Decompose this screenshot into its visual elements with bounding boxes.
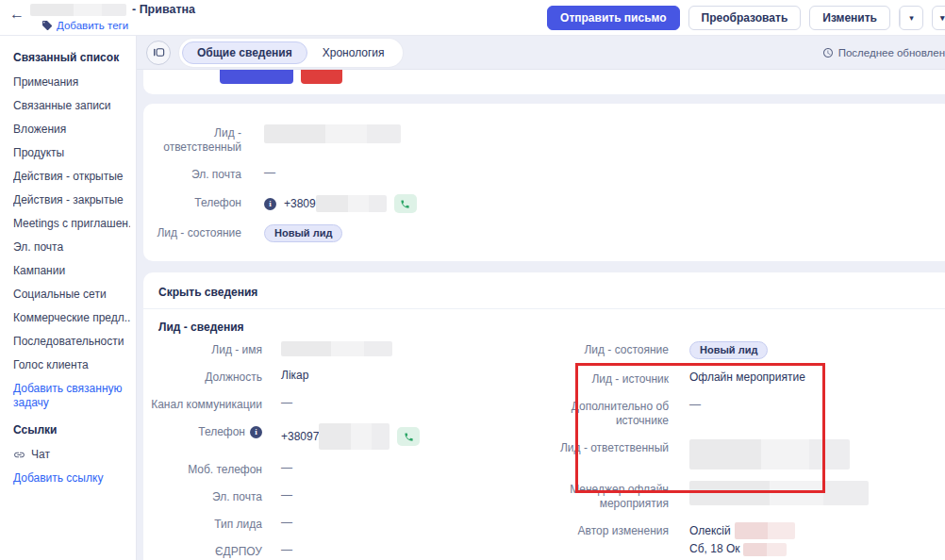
lead-type-value: —: [281, 516, 292, 530]
record-scroll-area[interactable]: Лид - ответственный Эл. почта — Телефон …: [137, 70, 945, 560]
tab-timeline[interactable]: Хронология: [307, 41, 400, 64]
field-communication-channel: Канал коммуникации —: [143, 390, 513, 418]
field-lead-source: Лид - источник Офлайн мероприятие: [522, 365, 945, 392]
status-action-button-redacted[interactable]: [220, 70, 293, 84]
lead-name-value-redacted: [281, 341, 392, 356]
communication-channel-value: —: [281, 396, 292, 410]
communication-channel-label: Канал коммуникации: [143, 396, 262, 412]
tag-icon: [41, 20, 53, 31]
hide-details-toggle[interactable]: Скрыть сведения: [143, 282, 945, 309]
last-update-indicator: Последнее обновлен: [822, 47, 945, 58]
details-email-value: —: [281, 488, 292, 502]
lead-details-card: Скрыть сведения Лид - сведения Лид - имя…: [143, 272, 945, 560]
sidebar-item[interactable]: Эл. почта: [13, 240, 130, 254]
sidebar-item[interactable]: Голос клиента: [13, 358, 130, 371]
tab-general-info[interactable]: Общие сведения: [182, 41, 307, 64]
field-mobile-phone: Моб. телефон —: [143, 455, 513, 483]
sidebar-item[interactable]: Кампании: [13, 264, 130, 277]
field-lead-name: Лид - имя: [143, 336, 513, 363]
send-email-button[interactable]: Отправить письмо: [547, 6, 680, 30]
field-offline-manager: Менеджер офлайн мероприятия: [522, 475, 945, 517]
lead-source-value: Офлайн мероприятие: [689, 371, 805, 385]
offline-manager-redacted: [689, 481, 869, 505]
lead-status-badge: Новый лид: [264, 224, 342, 242]
position-value: Лікар: [281, 369, 308, 383]
phone-icon: [404, 432, 414, 442]
page-title: - Приватна: [132, 3, 195, 16]
sidebar-item[interactable]: Социальные сети: [13, 288, 130, 301]
sidebar-item[interactable]: Коммерческие предл...: [13, 311, 130, 324]
mobile-phone-label: Моб. телефон: [143, 461, 262, 477]
sidebar-item[interactable]: Вложения: [13, 123, 130, 136]
edit-button[interactable]: Изменить: [809, 6, 890, 30]
info-icon[interactable]: i: [250, 426, 262, 438]
fill-from-photo-caret-icon[interactable]: ▾: [900, 7, 922, 29]
edrpou-label: ЄДРПОУ: [143, 543, 262, 559]
related-list-items: Примечания Связанные записи Вложения Про…: [13, 75, 130, 371]
sidebar-item[interactable]: Последовательности: [13, 335, 130, 348]
details-right-column: Лид - состояние Новый лид Лид - источник…: [513, 336, 945, 560]
lead-summary-card: Лид - ответственный Эл. почта — Телефон …: [143, 104, 945, 261]
sidebar-item[interactable]: Действия - закрытые: [13, 193, 130, 206]
lead-owner-value-redacted: [264, 124, 401, 143]
lead-name-label: Лид - имя: [143, 341, 262, 357]
field-lead-status: Лид - состояние Новый лид: [143, 219, 945, 248]
field-details-phone: Телефон i +38097: [143, 418, 513, 455]
call-phone-button[interactable]: [397, 427, 420, 446]
lead-status-badge: Новый лид: [689, 341, 768, 359]
add-related-task-link[interactable]: Добавить связанную задачу: [13, 382, 130, 410]
field-details-lead-status: Лид - состояние Новый лид: [522, 336, 945, 365]
modified-date-redacted: [743, 543, 787, 556]
sidebar-item[interactable]: Связанные записи: [13, 99, 130, 112]
sidebar-item[interactable]: Примечания: [13, 75, 130, 89]
sidebar-item[interactable]: Meetings с приглашен...: [13, 217, 130, 230]
modified-by-label: Автор изменения: [522, 522, 669, 538]
clock-icon: [822, 47, 834, 58]
lead-type-label: Тип лида: [143, 516, 262, 532]
convert-button[interactable]: Преобразовать: [688, 6, 802, 30]
more-actions-button[interactable]: ▾: [932, 6, 945, 30]
email-value: —: [264, 166, 275, 180]
tab-bar: Общие сведения Хронология Последнее обно…: [137, 36, 945, 70]
toolbar-actions: Отправить письмо Преобразовать Изменить …: [547, 6, 945, 30]
collapse-panel-button[interactable]: [146, 41, 171, 65]
sidebar-item[interactable]: Продукты: [13, 146, 130, 159]
details-phone-redacted: [319, 423, 390, 450]
modified-by-value: Олексій: [689, 524, 731, 538]
chat-label: Чат: [31, 448, 50, 461]
lead-source-label: Лид - источник: [522, 371, 669, 387]
field-source-extra: Дополнительно об источнике —: [522, 392, 945, 434]
sidebar-item-chat[interactable]: Чат: [13, 448, 130, 461]
related-list-title: Связанный список: [13, 51, 130, 64]
collapse-panel-icon: [153, 46, 165, 58]
links-section-title: Ссылки: [13, 423, 130, 436]
record-title-block: - Приватна Добавить теги: [30, 3, 195, 31]
lead-details-section-title: Лид - сведения: [158, 321, 937, 334]
field-email: Эл. почта —: [143, 160, 945, 189]
field-details-email: Эл. почта —: [143, 483, 513, 510]
last-update-label: Последнее обновлен: [838, 47, 945, 58]
tab-group: Общие сведения Хронология: [179, 39, 403, 67]
sidebar-item[interactable]: Действия - открытые: [13, 170, 130, 183]
add-tags-link[interactable]: Добавить теги: [41, 20, 195, 31]
details-lead-owner-redacted: [689, 439, 850, 469]
lead-owner-label: Лид - ответственный: [143, 124, 241, 155]
back-button[interactable]: ←: [9, 7, 25, 22]
phone-label: Телефон: [143, 194, 241, 210]
link-icon: [13, 449, 25, 461]
status-cancel-button-redacted[interactable]: [301, 70, 342, 84]
fill-from-photo-split-button: Fill from Photo ▾: [899, 6, 923, 30]
phone-value-redacted: [316, 195, 387, 212]
field-details-lead-owner: Лид - ответственный: [522, 434, 945, 475]
details-lead-status-label: Лид - состояние: [522, 341, 669, 357]
modified-by-redacted: [735, 522, 795, 539]
details-phone-value: +38097: [281, 430, 319, 444]
details-phone-label: Телефон: [198, 425, 245, 439]
top-header: ← - Приватна Добавить теги Отправить пис…: [0, 0, 945, 36]
add-link-link[interactable]: Добавить ссылку: [13, 471, 130, 486]
call-phone-button[interactable]: [394, 194, 417, 213]
info-icon[interactable]: i: [264, 198, 276, 210]
details-email-label: Эл. почта: [143, 488, 262, 504]
field-lead-owner: Лид - ответственный: [143, 119, 945, 160]
mobile-phone-value: —: [281, 461, 292, 475]
